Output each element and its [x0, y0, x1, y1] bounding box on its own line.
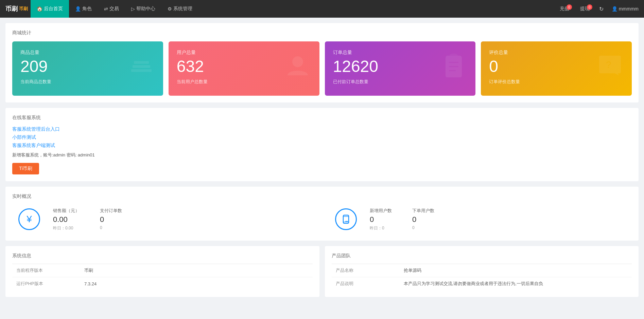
recharge-badge: 0	[567, 4, 572, 10]
new-users-value: 0	[370, 215, 392, 224]
brand: 币刷 币刷	[5, 5, 28, 13]
recharge-button[interactable]: 充值 0	[560, 6, 569, 12]
cs-link-0[interactable]: 客服系统管理后台入口	[12, 126, 632, 132]
new-users-label: 新增用户数	[370, 208, 392, 214]
bottom-grid: 系统信息 当前程序版本 币刷 运行PHP版本 7.3.24 产品团队 产品名称 …	[5, 246, 639, 297]
realtime-section: 实时概况 ¥ 销售额（元） 0.00 昨日：0.00 支付订单数 0 0	[5, 187, 639, 241]
home-icon: 🏠	[37, 6, 42, 12]
exchange-icon: ⇄	[104, 6, 108, 12]
settings-icon: ⚙	[168, 6, 172, 12]
nav-items: 🏠 后台首页 👤 角色 ⇄ 交易 ▷ 帮助中心 ⚙ 系统管理	[31, 0, 560, 18]
nav-right: 充值 0 提现 0 ↻ 👤 mmmmm	[560, 6, 639, 12]
brand-sub: 币刷	[19, 6, 28, 12]
ordering-users-label: 下单用户数	[412, 208, 434, 214]
system-info-title: 系统信息	[12, 253, 313, 259]
navbar: 币刷 币刷 🏠 后台首页 👤 角色 ⇄ 交易 ▷ 帮助中心 ⚙ 系统管理 充值 …	[0, 0, 644, 18]
user-icon: 👤	[75, 6, 81, 12]
nav-home-label: 后台首页	[44, 6, 63, 12]
refresh-button[interactable]: ↻	[599, 6, 604, 12]
svg-rect-1	[133, 65, 150, 68]
ordering-users-yesterday: 0	[412, 225, 434, 230]
realtime-stat-sales: 销售额（元） 0.00 昨日：0.00	[53, 208, 80, 231]
prod-key-1: 产品说明	[332, 277, 400, 290]
product-team-section: 产品团队 产品名称 抢单源码 产品说明 本产品只为学习测试交流,请勿要做商业或者…	[325, 246, 639, 297]
new-users-yesterday: 昨日：0	[370, 225, 392, 231]
help-icon: ▷	[131, 6, 135, 12]
system-info-table: 当前程序版本 币刷 运行PHP版本 7.3.24	[12, 264, 313, 290]
yen-icon: ¥	[18, 208, 40, 230]
cs-link-1[interactable]: 小部件测试	[12, 134, 632, 140]
nav-item-role[interactable]: 👤 角色	[69, 0, 98, 18]
reviews-icon: ?	[596, 52, 624, 85]
shop-stats-section: 商城统计 商品总量 209 当前商品总数量 用户总量	[5, 23, 639, 102]
yen-icon-block: ¥	[12, 205, 46, 233]
sales-label: 销售额（元）	[53, 208, 80, 214]
paid-orders-label: 支付订单数	[100, 208, 122, 214]
main-content: 商城统计 商品总量 209 当前商品总数量 用户总量	[0, 18, 644, 302]
users-icon	[284, 52, 311, 85]
cs-note: 新增客服系统，账号:admin 密码: admin01	[12, 152, 632, 158]
realtime-left-stats: 销售额（元） 0.00 昨日：0.00 支付订单数 0 0	[46, 205, 315, 234]
stat-card-orders: 订单总量 12620 已付款订单总数量	[325, 41, 476, 96]
svg-point-3	[292, 56, 303, 67]
system-info-section: 系统信息 当前程序版本 币刷 运行PHP版本 7.3.24	[5, 246, 319, 297]
paid-orders-value: 0	[100, 215, 122, 224]
ordering-users-value: 0	[412, 215, 434, 224]
realtime-title: 实时概况	[12, 193, 632, 200]
shop-stats-title: 商城统计	[12, 30, 632, 36]
sales-yesterday: 昨日：0.00	[53, 225, 80, 231]
stat-card-users: 用户总量 632 当前用户总数量	[169, 41, 319, 96]
refresh-icon: ↻	[599, 6, 604, 12]
cs-link-2[interactable]: 客服系统客户端测试	[12, 143, 632, 149]
nav-item-system[interactable]: ⚙ 系统管理	[161, 0, 198, 18]
sys-val-1: 7.3.24	[80, 277, 313, 290]
nav-role-label: 角色	[82, 6, 92, 12]
svg-text:?: ?	[606, 59, 611, 70]
svg-rect-0	[131, 69, 152, 72]
stat-card-reviews: 评价总量 0 订单评价总数量 ?	[481, 41, 632, 96]
sys-key-0: 当前程序版本	[12, 264, 80, 277]
nav-item-home[interactable]: 🏠 后台首页	[31, 0, 69, 18]
prod-val-1: 本产品只为学习测试交流,请勿要做商业或者用于违法行为,一切后果自负	[400, 277, 632, 290]
online-cs-title: 在线客服系统	[12, 115, 632, 121]
username-label: mmmmm	[619, 6, 639, 12]
table-row: 产品说明 本产品只为学习测试交流,请勿要做商业或者用于违法行为,一切后果自负	[332, 277, 632, 290]
nav-system-label: 系统管理	[173, 6, 192, 12]
nav-trade-label: 交易	[109, 6, 119, 12]
nav-item-trade[interactable]: ⇄ 交易	[98, 0, 125, 18]
withdraw-badge: 0	[587, 4, 592, 10]
table-row: 产品名称 抢单源码	[332, 264, 632, 277]
table-row: 当前程序版本 币刷	[12, 264, 313, 277]
sales-value: 0.00	[53, 215, 80, 224]
table-row: 运行PHP版本 7.3.24	[12, 277, 313, 290]
stat-card-goods: 商品总量 209 当前商品总数量	[12, 41, 163, 96]
realtime-stat-orders: 支付订单数 0 0	[100, 208, 122, 231]
realtime-right-stats: 新增用户数 0 昨日：0 下单用户数 0 0	[363, 205, 632, 234]
stat-cards: 商品总量 209 当前商品总数量 用户总量 632 当前用户总数量	[12, 41, 632, 96]
orders-icon	[440, 52, 467, 85]
realtime-stat-new-users: 新增用户数 0 昨日：0	[370, 208, 392, 231]
svg-rect-2	[134, 61, 149, 64]
ti-button[interactable]: Ti币刷	[12, 163, 39, 174]
realtime-grid: ¥ 销售额（元） 0.00 昨日：0.00 支付订单数 0 0	[12, 205, 632, 234]
sys-key-1: 运行PHP版本	[12, 277, 80, 290]
prod-key-0: 产品名称	[332, 264, 400, 277]
product-team-title: 产品团队	[332, 253, 632, 259]
sys-val-0: 币刷	[80, 264, 313, 277]
user-avatar-icon: 👤	[612, 6, 617, 12]
nav-help-label: 帮助中心	[136, 6, 155, 12]
mobile-icon-block	[329, 205, 363, 233]
user-menu[interactable]: 👤 mmmmm	[612, 6, 639, 12]
withdraw-button[interactable]: 提现 0	[580, 6, 590, 12]
nav-item-help[interactable]: ▷ 帮助中心	[125, 0, 161, 18]
goods-icon	[128, 52, 155, 85]
brand-main: 币刷	[5, 5, 18, 13]
prod-val-0: 抢单源码	[400, 264, 632, 277]
product-team-table: 产品名称 抢单源码 产品说明 本产品只为学习测试交流,请勿要做商业或者用于违法行…	[332, 264, 632, 290]
online-cs-section: 在线客服系统 客服系统管理后台入口 小部件测试 客服系统客户端测试 新增客服系统…	[5, 108, 639, 181]
realtime-stat-ordering-users: 下单用户数 0 0	[412, 208, 434, 231]
paid-orders-yesterday: 0	[100, 225, 122, 230]
mobile-icon	[335, 208, 357, 230]
